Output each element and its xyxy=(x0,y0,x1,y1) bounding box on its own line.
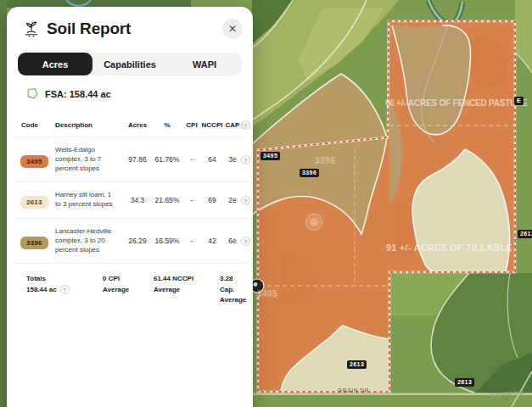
soil-table: Code Description Acres % CPI NCCPI CAP ?… xyxy=(14,114,248,264)
panel-title: Soil Report xyxy=(47,20,131,38)
cell-nccpi: 64 xyxy=(200,155,224,164)
row-help-icon[interactable]: ? xyxy=(241,196,250,205)
totals-cap-sub: Average xyxy=(220,295,248,305)
totals-cap: 3.28 Cap. Average xyxy=(220,274,248,305)
cell-cpi: - xyxy=(183,196,200,204)
header-help-icon[interactable]: ? xyxy=(241,120,250,130)
soil-code-badge: 2613 xyxy=(20,196,48,209)
totals-nccpi-sub: Average xyxy=(154,285,220,295)
col-header-nccpi: NCCPI xyxy=(200,121,224,129)
table-row: 2613 Harney silt loam, 1 to 3 percent sl… xyxy=(14,182,248,219)
panel-header: Soil Report ✕ xyxy=(7,7,253,39)
close-icon: ✕ xyxy=(228,23,237,35)
soil-description: Harney silt loam, 1 to 3 percent slopes xyxy=(48,191,124,209)
cell-cap: 2e xyxy=(224,196,241,204)
cell-pct: 61.76% xyxy=(151,155,183,164)
totals-help-icon[interactable]: ? xyxy=(60,285,70,294)
cell-acres: 34.3 xyxy=(124,196,151,204)
close-button[interactable]: ✕ xyxy=(222,19,243,39)
table-header-row: Code Description Acres % CPI NCCPI CAP ? xyxy=(14,114,248,137)
totals-row: Totals 158.44 ac ? 0 CPI Average 61.44 N… xyxy=(14,274,248,305)
cell-pct: 21.65% xyxy=(151,196,183,204)
road-grain-dr-line xyxy=(252,393,532,396)
fsa-row: FSA: 158.44 ac xyxy=(25,87,253,101)
col-header-acres: Acres xyxy=(124,121,151,129)
fsa-acres-label: FSA: 158.44 ac xyxy=(45,89,111,99)
row-help-icon[interactable]: ? xyxy=(241,155,250,164)
totals-label: Totals xyxy=(26,274,103,284)
col-header-pct: % xyxy=(151,121,183,129)
cell-pct: 16.59% xyxy=(151,237,183,245)
seedling-icon xyxy=(24,20,39,37)
row-help-icon[interactable]: ? xyxy=(241,237,250,246)
soil-description: Lancaster-Hedville complex, 3 to 20 perc… xyxy=(48,227,124,254)
totals-acres-value: 158.44 ac xyxy=(26,285,57,295)
totals-cpi-value: 0 CPI xyxy=(103,274,154,284)
cell-cpi: - xyxy=(183,155,200,164)
col-header-code: Code xyxy=(14,121,48,129)
totals-acres: Totals 158.44 ac ? xyxy=(26,274,103,305)
tab-bar: Acres Capabilities WAPI xyxy=(18,53,242,75)
tab-acres[interactable]: Acres xyxy=(18,53,92,75)
table-row: 3396 Lancaster-Hedville complex, 3 to 20… xyxy=(14,219,248,264)
totals-cap-value: 3.28 Cap. xyxy=(220,274,248,295)
fsa-polygon-icon xyxy=(25,87,39,101)
soil-code-badge: 3495 xyxy=(20,155,48,168)
cell-acres: 97.86 xyxy=(124,155,151,164)
soil-report-panel: Soil Report ✕ Acres Capabilities WAPI FS… xyxy=(7,7,253,407)
tab-wapi[interactable]: WAPI xyxy=(167,53,242,75)
cell-cpi: - xyxy=(183,237,200,245)
totals-nccpi-value: 61.44 NCCPI xyxy=(154,274,220,284)
table-row: 3495 Wells-Edalgo complex, 3 to 7 percen… xyxy=(14,137,248,182)
col-header-cpi: CPI xyxy=(183,121,200,129)
cell-acres: 26.29 xyxy=(124,237,151,245)
tab-capabilities[interactable]: Capabilities xyxy=(92,53,167,75)
cell-nccpi: 69 xyxy=(200,196,224,204)
totals-cpi-sub: Average xyxy=(103,285,154,295)
soil-description: Wells-Edalgo complex, 3 to 7 percent slo… xyxy=(48,146,124,173)
totals-cpi: 0 CPI Average xyxy=(103,274,154,305)
col-header-cap: CAP xyxy=(224,121,241,129)
map-left-sliver xyxy=(0,0,7,407)
cell-cap: 3e xyxy=(224,155,241,164)
cell-nccpi: 42 xyxy=(200,237,224,245)
totals-nccpi: 61.44 NCCPI Average xyxy=(154,274,220,305)
col-header-description: Description xyxy=(48,121,124,129)
cell-cap: 6e xyxy=(224,237,241,245)
soil-code-badge: 3396 xyxy=(20,237,48,249)
